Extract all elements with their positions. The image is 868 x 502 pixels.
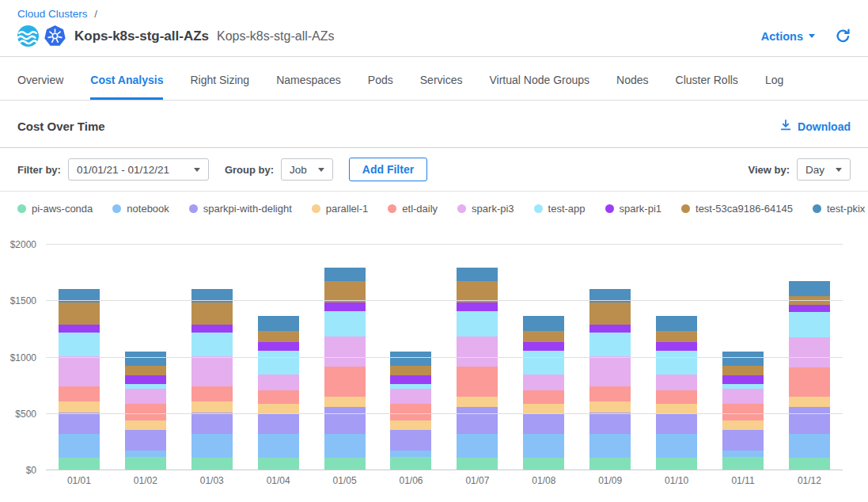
bar-segment-spark-pi3[interactable] [457,337,498,367]
bar-segment-parallel-1[interactable] [390,420,431,430]
bar-segment-notebook[interactable] [656,434,697,457]
bar-segment-test-pkix[interactable] [656,316,697,331]
bar-segment-test-53ca9186-64145[interactable] [656,331,697,342]
bar-01/12[interactable] [789,281,830,470]
bar-segment-spark-pi3[interactable] [722,389,764,404]
tab-log[interactable]: Log [765,74,783,100]
bar-segment-test-53ca9186-64145[interactable] [191,302,233,325]
bar-segment-parallel-1[interactable] [722,420,764,430]
legend-item-spark-pi1[interactable]: spark-pi1 [605,203,661,215]
bar-segment-test-pkix[interactable] [390,352,431,366]
bar-segment-parallel-1[interactable] [457,397,498,407]
bar-segment-sparkpi-with-delight[interactable] [59,413,100,434]
bar-segment-parallel-1[interactable] [789,397,830,407]
bar-01/01[interactable] [59,289,100,470]
legend-item-spark-pi3[interactable]: spark-pi3 [457,203,514,215]
bar-segment-test-53ca9186-64145[interactable] [722,366,764,375]
bar-segment-spark-pi1[interactable] [589,325,631,332]
bar-segment-pi-aws-conda[interactable] [457,458,498,470]
bar-segment-notebook[interactable] [789,434,830,457]
bar-segment-notebook[interactable] [258,434,299,457]
bar-segment-spark-pi1[interactable] [457,302,498,311]
bar-segment-test-app[interactable] [324,311,366,337]
bar-segment-notebook[interactable] [589,434,631,457]
bar-segment-etl-daily[interactable] [390,404,431,420]
bar-segment-parallel-1[interactable] [324,397,366,407]
bar-segment-test-app[interactable] [191,333,233,357]
bar-segment-spark-pi3[interactable] [523,375,564,390]
bar-segment-parallel-1[interactable] [589,401,631,413]
bar-segment-test-app[interactable] [457,311,498,337]
bar-segment-etl-daily[interactable] [258,390,299,404]
legend-item-sparkpi-with-delight[interactable]: sparkpi-with-delight [189,203,292,215]
bar-segment-sparkpi-with-delight[interactable] [324,407,366,434]
bar-segment-sparkpi-with-delight[interactable] [258,413,299,434]
bar-segment-sparkpi-with-delight[interactable] [125,430,166,451]
bar-segment-pi-aws-conda[interactable] [258,458,299,470]
bar-segment-pi-aws-conda[interactable] [390,457,431,470]
legend-item-etl-daily[interactable]: etl-daily [388,203,438,215]
tab-nodes[interactable]: Nodes [616,74,648,100]
bar-segment-sparkpi-with-delight[interactable] [191,413,233,434]
bar-01/02[interactable] [125,352,166,470]
bar-segment-spark-pi3[interactable] [125,389,166,404]
bar-segment-etl-daily[interactable] [324,367,366,397]
bar-01/09[interactable] [589,289,631,470]
bar-segment-test-53ca9186-64145[interactable] [523,331,564,342]
bar-segment-spark-pi1[interactable] [59,325,100,332]
bar-segment-notebook[interactable] [722,451,764,457]
bar-segment-sparkpi-with-delight[interactable] [789,407,830,434]
bar-segment-notebook[interactable] [125,451,166,457]
bar-segment-etl-daily[interactable] [457,367,498,397]
bar-segment-sparkpi-with-delight[interactable] [656,413,697,434]
bar-segment-spark-pi3[interactable] [324,337,366,367]
bar-01/11[interactable] [722,352,764,470]
bar-segment-parallel-1[interactable] [59,401,100,413]
view-by-select[interactable]: Day [797,158,851,181]
bar-segment-test-53ca9186-64145[interactable] [589,302,631,325]
bar-01/06[interactable] [390,352,431,470]
bar-segment-parallel-1[interactable] [523,404,564,413]
bar-01/10[interactable] [656,316,697,470]
bar-segment-spark-pi1[interactable] [390,375,431,384]
bar-segment-test-app[interactable] [258,351,299,375]
tab-cluster-rolls[interactable]: Cluster Rolls [676,74,738,100]
bar-01/04[interactable] [258,316,299,470]
bar-segment-test-53ca9186-64145[interactable] [390,366,431,375]
legend-item-test-53ca9186-64145[interactable]: test-53ca9186-64145 [681,203,793,215]
bar-segment-pi-aws-conda[interactable] [722,457,764,470]
bar-segment-test-app[interactable] [589,333,631,357]
tab-pods[interactable]: Pods [368,74,393,100]
download-button[interactable]: Download [779,119,851,134]
tab-namespaces[interactable]: Namespaces [276,74,341,100]
bar-segment-etl-daily[interactable] [191,386,233,401]
bar-segment-notebook[interactable] [390,451,431,457]
bar-segment-pi-aws-conda[interactable] [589,458,631,470]
bar-segment-spark-pi3[interactable] [789,337,830,367]
tab-right-sizing[interactable]: Right Sizing [190,74,249,100]
bar-segment-parallel-1[interactable] [656,404,697,413]
bar-segment-pi-aws-conda[interactable] [324,458,366,470]
bar-segment-test-app[interactable] [789,312,830,337]
bar-segment-notebook[interactable] [324,434,366,458]
bar-segment-pi-aws-conda[interactable] [789,458,830,470]
bar-segment-spark-pi3[interactable] [191,356,233,386]
bar-segment-sparkpi-with-delight[interactable] [589,413,631,434]
bar-segment-etl-daily[interactable] [59,386,100,401]
legend-item-notebook[interactable]: notebook [112,203,169,215]
bar-01/03[interactable] [191,289,233,470]
bar-segment-spark-pi1[interactable] [324,302,366,311]
bar-segment-pi-aws-conda[interactable] [125,457,166,470]
bar-segment-test-53ca9186-64145[interactable] [258,331,299,342]
bar-segment-notebook[interactable] [59,434,100,457]
bar-segment-test-pkix[interactable] [722,352,764,366]
tab-virtual-node-groups[interactable]: Virtual Node Groups [489,74,589,100]
bar-segment-etl-daily[interactable] [589,386,631,401]
bar-segment-test-pkix[interactable] [324,268,366,281]
bar-segment-notebook[interactable] [457,434,498,458]
bar-segment-sparkpi-with-delight[interactable] [390,430,431,451]
bar-segment-parallel-1[interactable] [258,404,299,413]
date-range-select[interactable]: 01/01/21 - 01/12/21 [68,158,209,181]
bar-segment-sparkpi-with-delight[interactable] [722,430,764,451]
bar-segment-sparkpi-with-delight[interactable] [457,407,498,434]
